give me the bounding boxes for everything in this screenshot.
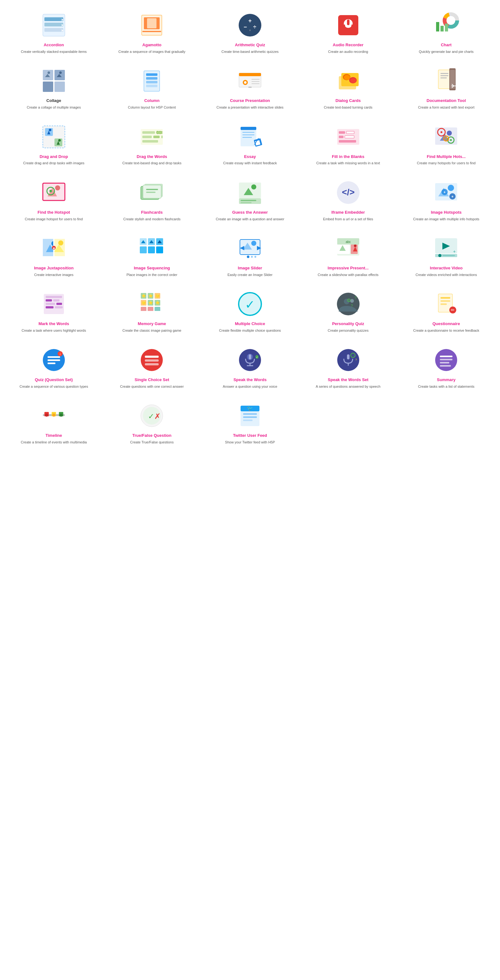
card-column[interactable]: ColumnColumn layout for H5P Content [105,62,200,115]
card-summary[interactable]: SummaryCreate tasks with a list of state… [399,341,494,394]
svg-point-150 [251,256,253,258]
desc-memory-game: Create the classic image pairing game [123,328,182,333]
icon-arithmetic-quiz: + − ÷ × [236,11,264,39]
icon-quiz-question-set: i [40,346,68,374]
card-image-slider[interactable]: ◀ ▶ Image SliderEasily create an Image S… [202,229,298,282]
card-guess-the-answer[interactable]: Guess the AnswerCreate an image with a q… [202,174,298,226]
svg-text:?: ? [351,304,353,308]
card-course-presentation[interactable]: Course PresentationCreate a presentation… [202,62,298,115]
svg-point-44 [244,81,247,84]
icon-image-slider: ◀ ▶ [236,234,264,262]
svg-text:🌟: 🌟 [142,300,146,305]
card-documentation-tool[interactable]: Documentation ToolCreate a form wizard w… [399,62,494,115]
icon-agamotto [138,11,166,39]
svg-text:×: × [249,29,251,32]
card-dialog-cards[interactable]: Dialog CardsCreate text-based turning ca… [301,62,396,115]
svg-rect-59 [441,75,448,76]
card-quiz-question-set[interactable]: i Quiz (Question Set)Create a sequence o… [6,341,101,394]
icon-drag-the-words [138,123,166,151]
svg-text:⭐: ⭐ [155,300,160,305]
card-interactive-video[interactable]: + Interactive VideoCreate videos enriche… [399,229,494,282]
svg-rect-3 [45,28,63,32]
card-image-hotspots[interactable]: + + Image HotspotsCreate an image with m… [399,174,494,226]
desc-accordion: Create vertically stacked expandable ite… [21,49,87,54]
svg-rect-217 [249,354,251,360]
card-find-the-hotspot[interactable]: Find the HotspotCreate image hotspot for… [6,174,101,226]
card-chart[interactable]: ChartQuickly generate bar and pie charts [399,6,494,59]
svg-rect-169 [53,299,59,301]
card-fill-in-the-blanks[interactable]: Fill in the BlanksCreate a task with mis… [301,118,396,170]
card-timeline[interactable]: TimelineCreate a timeline of events with… [6,397,101,449]
icon-iframe-embedder: </> [334,178,362,207]
icon-chart [432,11,460,39]
card-single-choice-set[interactable]: Single Choice SetCreate questions with o… [105,341,200,394]
icon-questionnaire: ✏ [432,290,460,318]
title-find-multiple-hotspots: Find Multiple Hots... [427,154,466,159]
card-image-juxtaposition[interactable]: ◆ Image JuxtapositionCreate interactive … [6,229,101,282]
svg-point-130 [58,240,63,245]
card-arithmetic-quiz[interactable]: + − ÷ × Arithmetic QuizCreate time-based… [202,6,298,59]
card-questionnaire[interactable]: ✏ QuestionnaireCreate a questionnaire to… [399,285,494,338]
icon-column [138,67,166,95]
svg-rect-58 [441,73,448,74]
desc-mark-the-words: Create a task where users highlight word… [21,328,86,333]
title-arithmetic-quiz: Arithmetic Quiz [235,43,265,48]
card-true-false-question[interactable]: ✓ ✗ True/False QuestionCreate True/False… [105,397,200,449]
title-questionnaire: Questionnaire [432,321,460,327]
svg-rect-106 [146,189,158,190]
svg-rect-107 [146,192,156,193]
svg-point-97 [445,138,447,139]
desc-documentation-tool: Create a form wizard with text export [418,105,475,110]
svg-rect-113 [240,202,252,203]
title-drag-and-drop: Drag and Drop [40,154,68,159]
svg-rect-206 [48,356,60,358]
svg-rect-1 [45,17,63,21]
card-agamotto[interactable]: AgamottoCreate a sequence of images that… [105,6,200,59]
card-multiple-choice[interactable]: ✓ Multiple ChoiceCreate flexible multipl… [202,285,298,338]
svg-text:+: + [453,249,455,254]
card-image-sequencing[interactable]: Image SequencingPlace images in the corr… [105,229,200,282]
card-accordion[interactable]: AccordionCreate vertically stacked expan… [6,6,101,59]
svg-rect-2 [45,23,63,26]
svg-rect-213 [145,360,159,361]
card-drag-the-words[interactable]: Drag the WordsCreate text-based drag and… [105,118,200,170]
card-drag-and-drop[interactable]: Drag and DropCreate drag and drop tasks … [6,118,101,170]
card-flashcards[interactable]: FlashcardsCreate stylish and modern flas… [105,174,200,226]
svg-rect-31 [54,81,65,92]
svg-rect-137 [140,247,147,253]
card-audio-recorder[interactable]: Audio RecorderCreate an audio recording [301,6,396,59]
desc-iframe-embedder: Embed from a url or a set of files [323,217,373,221]
svg-point-100 [55,185,60,190]
svg-rect-26 [441,26,444,32]
icon-speak-the-words-set: ? ? [334,346,362,374]
svg-text:abc: abc [346,240,351,243]
svg-rect-170 [46,303,55,305]
card-speak-the-words[interactable]: ✓ Speak the WordsAnswer a question using… [202,341,298,394]
svg-point-239 [52,414,56,417]
desc-image-sequencing: Place images in the correct order [127,272,177,277]
card-find-multiple-hotspots[interactable]: Find Multiple Hots...Create many hotspot… [399,118,494,170]
card-speak-the-words-set[interactable]: ? ? Speak the Words SetA series of quest… [301,341,396,394]
icon-essay [236,123,264,151]
icon-image-juxtaposition: ◆ [40,234,68,262]
card-impressive-presentation[interactable]: abc Impressive Present...Create a slides… [301,229,396,282]
svg-text:+: + [444,190,446,194]
desc-drag-and-drop: Create drag and drop tasks with images [23,161,84,165]
svg-rect-40 [146,85,158,87]
card-essay[interactable]: EssayCreate essay with instant feedback [202,118,298,170]
title-image-hotspots: Image Hotspots [431,210,462,215]
card-personality-quiz[interactable]: ? ? Personality QuizCreate personality q… [301,285,396,338]
card-twitter-user-feed[interactable]: 🐦 Twitter User FeedShow your Twitter fee… [202,397,298,449]
svg-point-67 [58,139,61,142]
card-iframe-embedder[interactable]: </> Iframe EmbedderEmbed from a url or a… [301,174,396,226]
card-memory-game[interactable]: ⭐ ⭐ 🌟 🌟 ⭐ ⭐ Memory GameCreate the classi… [105,285,200,338]
icon-audio-recorder [334,11,362,39]
card-mark-the-words[interactable]: Mark the WordsCreate a task where users … [6,285,101,338]
svg-text:i: i [60,352,61,356]
svg-rect-71 [142,136,152,138]
desc-quiz-question-set: Create a sequence of various question ty… [19,384,88,389]
title-documentation-tool: Documentation Tool [427,98,466,103]
svg-rect-78 [242,134,255,135]
desc-chart: Quickly generate bar and pie charts [419,49,473,54]
card-collage[interactable]: CollageCreate a collage of multiple imag… [6,62,101,115]
